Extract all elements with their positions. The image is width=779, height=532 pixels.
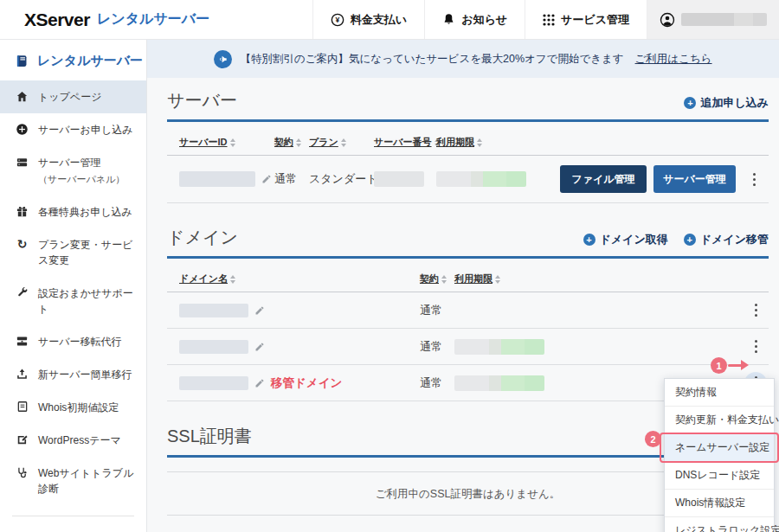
sidebar-item-label: 各種特典お申し込み: [38, 204, 138, 220]
annotation-step-1: 1: [711, 357, 727, 374]
domain-section-header: ドメイン + ドメイン取得 + ドメイン移管: [167, 226, 769, 259]
server-id-redacted: [179, 171, 255, 187]
sidebar-divider: [12, 516, 134, 516]
server-icon: [15, 156, 29, 169]
sidebar-item-label: プラン変更・サービス変更: [38, 237, 138, 268]
sidebar-title-label: レンタルサーバー: [37, 53, 143, 69]
upload-icon: [15, 368, 29, 381]
banner-link[interactable]: ご利用はこちら: [635, 52, 712, 67]
app-logo[interactable]: XServer レンタルサーバー: [0, 0, 312, 39]
transfer-domain-tag: 移管ドメイン: [271, 375, 342, 391]
banner-text: 【特別割引のご案内】気になっていたサービスを最大20%オフで開始できます: [240, 52, 623, 67]
nav-services[interactable]: サービス管理: [525, 0, 647, 39]
sidebar-item-benefits[interactable]: 各種特典お申し込み: [0, 195, 146, 228]
domain-row-2: 通常: [167, 329, 769, 365]
domain-contract: 通常: [420, 303, 454, 318]
edit-square-icon: [15, 433, 29, 445]
transfer-domain-link[interactable]: + ドメイン移管: [684, 232, 769, 247]
server-expiry-redacted: [436, 171, 526, 187]
sort-icon: [296, 138, 301, 147]
server-table-header: サーバーID 契約 プラン サーバー番号 利用期限: [167, 136, 769, 156]
domain-row-menu-kebab[interactable]: [744, 299, 767, 322]
add-server-link[interactable]: + 追加申し込み: [684, 95, 769, 111]
sidebar-item-sublabel: （サーバーパネル）: [38, 172, 138, 187]
domain-contract: 通常: [420, 375, 454, 391]
file-manager-button[interactable]: ファイル管理: [560, 165, 647, 193]
col-contract[interactable]: 契約: [274, 136, 309, 149]
domain-name-redacted: [179, 304, 248, 317]
nav-payment[interactable]: ¥ 料金支払い: [312, 0, 424, 39]
menu-item-whois-info[interactable]: Whois情報設定: [665, 490, 774, 517]
sort-icon: [441, 275, 447, 284]
domain-contract: 通常: [420, 339, 454, 355]
home-icon: [15, 90, 29, 103]
sidebar-item-label: 設定おまかせサポート: [38, 285, 138, 317]
sidebar-item-server-panel[interactable]: サーバー管理 （サーバーパネル）: [0, 146, 146, 195]
sidebar-item-plan-change[interactable]: ↻ プラン変更・サービス変更: [0, 228, 146, 277]
gift-icon: [15, 205, 29, 218]
sidebar-item-wordpress-theme[interactable]: WordPressテーマ: [0, 424, 146, 457]
menu-item-renewal-payment[interactable]: 契約更新・料金支払い: [665, 407, 774, 434]
domain-context-menu: 契約情報 契約更新・料金支払い ネームサーバー設定 DNSレコード設定 Whoi…: [664, 378, 775, 532]
sidebar-item-whois-default[interactable]: Whois初期値設定: [0, 391, 146, 424]
ssl-section-title: SSL証明書: [167, 425, 252, 448]
domain-expiry-redacted: [454, 375, 544, 391]
menu-item-contract-info[interactable]: 契約情報: [665, 379, 774, 407]
server-contract: 通常: [274, 171, 309, 187]
col-server-id[interactable]: サーバーID: [179, 136, 274, 149]
get-domain-link[interactable]: + ドメイン取得: [583, 232, 668, 247]
edit-pencil-icon[interactable]: [254, 378, 265, 388]
edit-pencil-icon[interactable]: [261, 174, 272, 184]
sort-icon: [230, 275, 235, 284]
grid-icon: [543, 14, 555, 26]
nav-news-label: お知らせ: [461, 12, 507, 28]
sidebar-item-support[interactable]: 設定おまかせサポート: [0, 277, 146, 325]
menu-item-dns-records[interactable]: DNSレコード設定: [665, 462, 774, 490]
edit-pencil-icon[interactable]: [254, 342, 265, 352]
server-number-redacted: [374, 171, 424, 187]
edit-pencil-icon[interactable]: [254, 305, 265, 316]
domain-table-header: ドメイン名 契約 利用期限: [167, 272, 769, 292]
sort-icon: [230, 138, 235, 147]
col-expiry[interactable]: 利用期限: [454, 272, 769, 285]
sidebar-item-server-apply[interactable]: サーバーお申し込み: [0, 113, 146, 146]
col-plan[interactable]: プラン: [309, 136, 374, 149]
nav-account[interactable]: [647, 0, 779, 39]
sidebar-item-referral[interactable]: 友達紹介: [0, 527, 146, 532]
domain-name-redacted: [179, 340, 248, 354]
sidebar-title: レンタルサーバー: [0, 40, 146, 80]
top-nav: ¥ 料金支払い お知らせ サービス管理: [312, 0, 779, 39]
server-manager-button[interactable]: サーバー管理: [653, 165, 736, 193]
sidebar-item-top-page[interactable]: トップページ: [0, 80, 146, 113]
col-contract[interactable]: 契約: [420, 272, 454, 285]
menu-item-registrar-lock[interactable]: レジストラロック設定: [665, 517, 774, 532]
plus-circle-icon: +: [684, 97, 696, 109]
logo-sub: レンタルサーバー: [97, 10, 209, 29]
domain-row-menu-kebab[interactable]: [744, 336, 767, 358]
sidebar-item-easy-migration[interactable]: 新サーバー簡単移行: [0, 358, 146, 391]
annotation-arrow-head: [741, 360, 749, 370]
sort-icon: [341, 138, 346, 147]
plus-circle-icon: [15, 123, 29, 136]
sidebar: レンタルサーバー トップページ サーバーお申し込み サーバー管理: [0, 40, 147, 532]
sort-icon: [477, 138, 482, 147]
sidebar-item-label: Whois初期値設定: [38, 400, 138, 415]
xserver-panel-page: XServer レンタルサーバー ¥ 料金支払い お知らせ サービス管理: [0, 0, 779, 532]
server-table-row: 通常 スタンダード ファイル管理 サーバー管理: [167, 156, 769, 203]
server-row-menu-kebab[interactable]: [743, 168, 765, 190]
col-domain-name[interactable]: ドメイン名: [179, 272, 420, 285]
col-expiry[interactable]: 利用期限: [436, 136, 769, 149]
col-server-number[interactable]: サーバー番号: [374, 136, 436, 149]
domain-section-title: ドメイン: [167, 226, 238, 249]
promo-banner: 【特別割引のご案内】気になっていたサービスを最大20%オフで開始できます ご利用…: [147, 40, 779, 78]
nav-news[interactable]: お知らせ: [424, 0, 525, 39]
bell-icon: [442, 13, 455, 26]
sidebar-item-server-transfer[interactable]: サーバー移転代行: [0, 325, 146, 358]
sidebar-item-trouble-diagnosis[interactable]: Webサイトトラブル診断: [0, 457, 146, 505]
sidebar-item-label: サーバー移転代行: [38, 334, 138, 349]
menu-item-nameserver-settings[interactable]: ネームサーバー設定: [665, 434, 774, 462]
document-icon: [15, 401, 29, 413]
sidebar-item-label: WordPressテーマ: [38, 433, 138, 448]
sidebar-item-label: Webサイトトラブル診断: [38, 465, 138, 497]
yen-circle-icon: ¥: [331, 13, 344, 27]
